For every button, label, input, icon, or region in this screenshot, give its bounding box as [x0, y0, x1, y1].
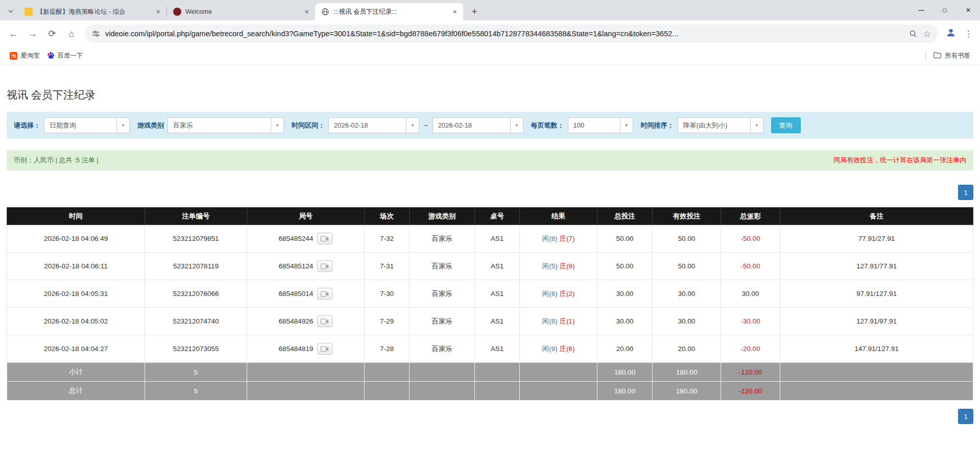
- cell-result: 闲(9) 庄(6): [520, 335, 597, 363]
- chevron-down-icon: ▼: [510, 118, 523, 133]
- welcome-favicon: [173, 8, 181, 16]
- cell-result: 闲(6) 庄(2): [520, 280, 597, 308]
- subtotal-total-bet: 180.00: [597, 363, 653, 382]
- tab-welcome[interactable]: Welcome ×: [167, 3, 315, 20]
- valid-bet-notice: 同局有效投注，统一计算在该局第一张注单内: [833, 156, 966, 165]
- bookmark-taobao[interactable]: 淘 爱淘宝: [6, 49, 43, 62]
- tab-close-icon[interactable]: ×: [450, 8, 459, 16]
- zoom-icon[interactable]: [909, 30, 917, 38]
- select-value: 100: [568, 118, 620, 133]
- close-button[interactable]: ✕: [957, 0, 980, 20]
- cell-time: 2026-02-18 04:05:02: [7, 308, 145, 335]
- result-banker: 庄(1): [559, 317, 575, 325]
- date-from-input[interactable]: 2026-02-18 ▼: [328, 117, 419, 133]
- header-payout: 总派彩: [721, 208, 780, 225]
- video-icon[interactable]: [317, 288, 332, 300]
- forward-button[interactable]: →: [23, 24, 42, 43]
- header-bet-no: 注单编号: [145, 208, 247, 225]
- cell-valid-bet: 20.00: [653, 335, 721, 363]
- table-totals: 小计 5 180.00 180.00 -120.00 总计 5 180.00 1…: [7, 363, 973, 401]
- folder-icon: [934, 52, 942, 60]
- tab-bet-records[interactable]: :::视讯 会员下注纪录::: ×: [315, 3, 463, 20]
- cell-time: 2026-02-18 04:05:31: [7, 280, 145, 308]
- game-type-select[interactable]: 百家乐 ▼: [168, 117, 284, 133]
- cell-total-bet[interactable]: 50.00: [597, 253, 653, 280]
- pagination-top: 1: [7, 185, 973, 200]
- video-icon[interactable]: [317, 233, 332, 244]
- cell-total-bet[interactable]: 30.00: [597, 280, 653, 308]
- all-bookmarks-button[interactable]: 所有书签: [930, 49, 974, 62]
- round-number: 685484926: [279, 317, 314, 325]
- cell-game-type: 百家乐: [410, 308, 475, 335]
- result-player: 闲(6): [542, 290, 558, 298]
- browser-menu-button[interactable]: ⋮: [961, 24, 976, 43]
- page-content: 视讯 会员下注纪录 请选择： 日期查询 ▼ 游戏类别 百家乐 ▼ 时间区间： 2…: [0, 88, 980, 424]
- cell-valid-bet: 50.00: [653, 253, 721, 280]
- profile-avatar[interactable]: [942, 25, 960, 42]
- cell-result: 闲(5) 庄(9): [520, 253, 597, 280]
- subtotal-row: 小计 5 180.00 180.00 -120.00: [7, 363, 973, 382]
- sort-order-select[interactable]: 降幂(由大到小) ▼: [678, 117, 763, 133]
- tab-close-icon[interactable]: ×: [302, 8, 311, 16]
- cell-payout: -30.00: [721, 308, 780, 335]
- time-range-label: 时间区间：: [292, 121, 325, 130]
- page-1-button[interactable]: 1: [958, 409, 973, 424]
- total-total-bet: 180.00: [597, 382, 653, 401]
- header-note: 备注: [780, 208, 973, 225]
- table-row: 2026-02-18 04:05:31 523212076066 6854850…: [7, 280, 973, 308]
- baidu-paw-icon: [47, 52, 55, 61]
- bookmarks-bar: 淘 爱淘宝 百度一下 所有书签: [0, 47, 980, 65]
- header-total-bet: 总投注: [597, 208, 653, 225]
- home-button[interactable]: ⌂: [62, 24, 81, 43]
- video-icon[interactable]: [317, 260, 332, 272]
- filter-bar: 请选择： 日期查询 ▼ 游戏类别 百家乐 ▼ 时间区间： 2026-02-18 …: [7, 112, 973, 139]
- page-size-select[interactable]: 100 ▼: [568, 117, 633, 133]
- currency-summary: 币别：人民币 | 总共 :5 注单 |: [14, 156, 99, 165]
- cell-time: 2026-02-18 04:04:27: [7, 335, 145, 363]
- video-icon[interactable]: [317, 343, 332, 355]
- bookmark-label: 百度一下: [58, 52, 83, 60]
- cell-round-no: 685485014: [247, 280, 365, 308]
- cell-bet-no: 523212073055: [145, 335, 247, 363]
- cell-note: 97.91/127.91: [780, 280, 973, 308]
- maximize-button[interactable]: □: [933, 0, 957, 20]
- address-bar[interactable]: videoie.com/ipl/portal.php/game/betrecor…: [85, 24, 938, 43]
- cell-total-bet[interactable]: 30.00: [597, 308, 653, 335]
- result-banker: 庄(2): [559, 290, 575, 298]
- reload-button[interactable]: ⟳: [43, 24, 61, 43]
- cell-result: 闲(8) 庄(7): [520, 225, 597, 253]
- cell-total-bet[interactable]: 50.00: [597, 225, 653, 253]
- header-table-no: 桌号: [475, 208, 520, 225]
- subtotal-label: 小计: [7, 363, 145, 382]
- back-button[interactable]: ←: [4, 24, 22, 43]
- total-label: 总计: [7, 382, 145, 401]
- bet-records-table: 时间 注单编号 局号 场次 游戏类别 桌号 结果 总投注 有效投注 总派彩 备注…: [7, 207, 973, 401]
- pagination-bottom: 1: [7, 409, 973, 424]
- cell-valid-bet: 50.00: [653, 225, 721, 253]
- header-valid-bet: 有效投注: [653, 208, 721, 225]
- bookmark-baidu[interactable]: 百度一下: [43, 49, 87, 63]
- url-text: videoie.com/ipl/portal.php/game/betrecor…: [105, 30, 909, 38]
- search-button[interactable]: 查询: [771, 117, 801, 133]
- cell-table-no: AS1: [475, 335, 520, 363]
- bookmark-star-icon[interactable]: ☆: [923, 29, 931, 39]
- tab-title: Welcome: [185, 8, 298, 15]
- table-body: 2026-02-18 04:06:49 523212079851 6854852…: [7, 225, 973, 363]
- site-info-icon[interactable]: [92, 30, 100, 38]
- new-tab-button[interactable]: +: [467, 5, 482, 19]
- header-result: 结果: [520, 208, 597, 225]
- cell-note: 127.91/97.91: [780, 308, 973, 335]
- header-round-no: 局号: [247, 208, 365, 225]
- minimize-button[interactable]: —: [910, 0, 933, 20]
- page-1-button[interactable]: 1: [958, 185, 973, 200]
- tab-close-icon[interactable]: ×: [154, 8, 162, 16]
- bookmark-label: 爱淘宝: [20, 52, 40, 60]
- tab-forum[interactable]: 【新提醒】海燕策略论坛 - 综合 ×: [18, 3, 166, 20]
- date-to-input[interactable]: 2026-02-18 ▼: [433, 117, 523, 133]
- tab-search-button[interactable]: [3, 3, 18, 20]
- cell-total-bet[interactable]: 20.00: [597, 335, 653, 363]
- result-banker: 庄(6): [559, 345, 575, 353]
- cell-bet-no: 523212074740: [145, 308, 247, 335]
- video-icon[interactable]: [317, 315, 332, 327]
- date-mode-select[interactable]: 日期查询 ▼: [44, 117, 130, 133]
